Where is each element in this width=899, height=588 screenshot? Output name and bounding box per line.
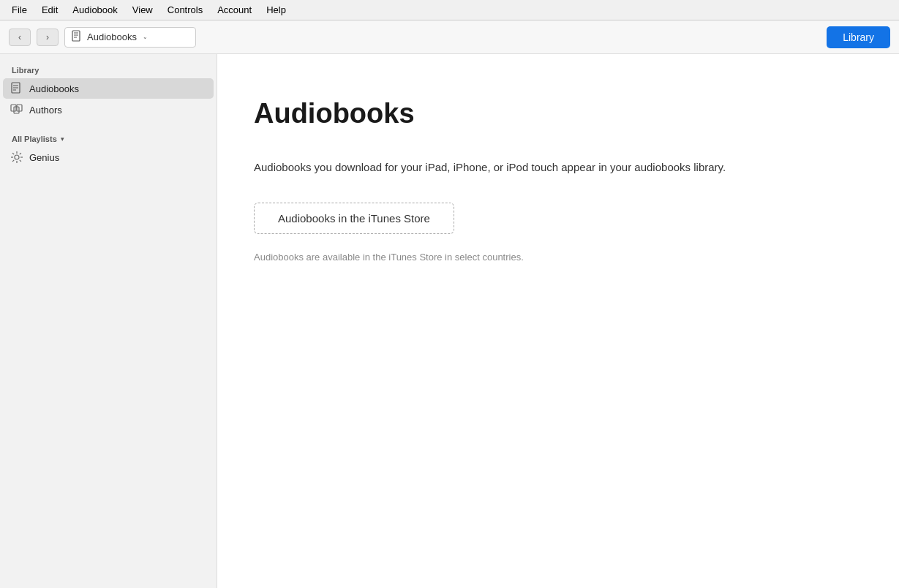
all-playlists-label: All Playlists [12,135,57,143]
playlists-chevron-icon: ▾ [61,135,64,143]
menu-edit[interactable]: Edit [36,3,64,17]
back-icon: ‹ [18,32,21,42]
menu-bar: File Edit Audiobook View Controls Accoun… [0,0,899,20]
svg-line-18 [20,153,21,154]
content-area: Audiobooks Audiobooks you download for y… [217,54,899,588]
back-button[interactable]: ‹ [9,29,31,46]
forward-button[interactable]: › [37,29,59,46]
menu-help[interactable]: Help [260,3,292,17]
menu-audiobook[interactable]: Audiobook [67,3,123,17]
itunes-store-button[interactable]: Audiobooks in the iTunes Store [254,203,454,234]
menu-file[interactable]: File [6,3,33,17]
content-description: Audiobooks you download for your iPad, i… [254,159,766,176]
genius-icon [10,151,23,164]
library-button[interactable]: Library [827,26,890,48]
svg-line-19 [12,160,14,162]
menu-account[interactable]: Account [211,3,257,17]
all-playlists-header[interactable]: All Playlists ▾ [0,127,217,146]
library-section-label: Library [0,60,217,78]
page-title: Audiobooks [254,98,862,129]
genius-label: Genius [29,152,59,163]
svg-line-17 [20,160,21,162]
sidebar-item-genius[interactable]: Genius [3,147,214,167]
toolbar: ‹ › Audiobooks ⌄ Library [0,20,899,54]
svg-point-11 [15,155,19,159]
main-layout: Library Audiobooks Authors [0,54,899,588]
availability-note: Audiobooks are available in the iTunes S… [254,252,862,263]
audiobooks-icon [10,82,23,95]
dropdown-icon: ⌄ [143,34,148,40]
menu-controls[interactable]: Controls [162,3,208,17]
location-text: Audiobooks [87,31,137,42]
authors-icon [10,103,23,116]
svg-line-16 [12,153,14,154]
authors-label: Authors [29,105,62,116]
sidebar-item-audiobooks[interactable]: Audiobooks [3,78,214,99]
svg-rect-0 [72,31,80,41]
audiobooks-label: Audiobooks [29,83,79,94]
menu-view[interactable]: View [127,3,159,17]
sidebar-item-authors[interactable]: Authors [3,99,214,120]
location-bar[interactable]: Audiobooks ⌄ [64,27,196,48]
book-icon [71,30,83,44]
forward-icon: › [46,32,49,42]
sidebar: Library Audiobooks Authors [0,54,217,588]
